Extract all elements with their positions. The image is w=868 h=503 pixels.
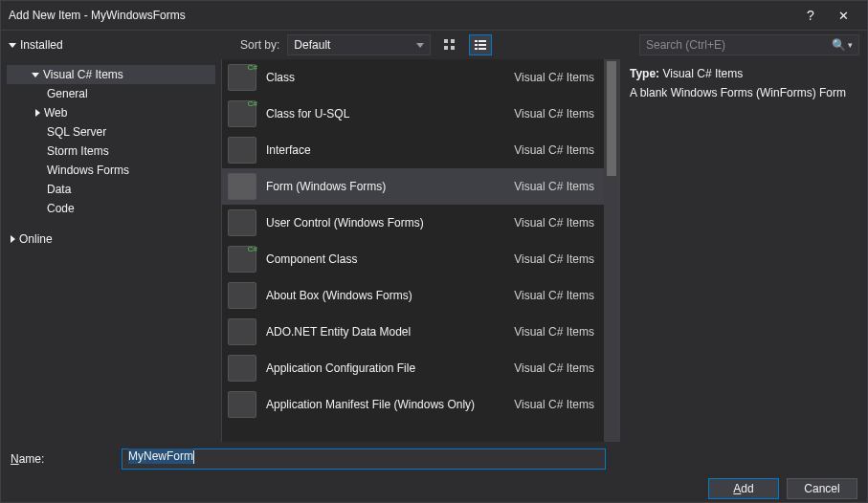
template-item-lang: Visual C# Items [514, 107, 594, 120]
name-input-value: MyNewForm [128, 448, 193, 464]
dialog-footer: Add Cancel [1, 472, 867, 503]
svg-rect-0 [444, 39, 448, 43]
window-title: Add New Item - MyWindowsForms [9, 9, 794, 22]
close-button[interactable]: ✕ [827, 9, 859, 23]
cancel-button[interactable]: Cancel [787, 478, 857, 499]
template-item-icon [228, 173, 256, 200]
main-area: Visual C# Items General Web SQL Server S… [1, 59, 867, 442]
list-icon [474, 38, 487, 52]
help-button[interactable]: ? [794, 8, 827, 23]
template-item-name: Form (Windows Forms) [266, 180, 504, 193]
tree-item-label: General [47, 87, 88, 100]
tree-item-web[interactable]: Web [7, 103, 215, 122]
type-label: Type: [630, 67, 659, 80]
svg-rect-4 [475, 40, 478, 42]
text-caret [193, 450, 194, 464]
template-item[interactable]: About Box (Windows Forms)Visual C# Items [222, 277, 604, 314]
description-text: A blank Windows Forms (WinForms) Form [630, 86, 857, 99]
template-item-name: User Control (Windows Forms) [266, 216, 504, 230]
tree-item-label: Visual C# Items [43, 68, 123, 81]
template-item-name: ADO.NET Entity Data Model [266, 325, 504, 339]
svg-rect-3 [451, 46, 455, 50]
template-item[interactable]: Application Manifest File (Windows Only)… [222, 386, 604, 423]
grid-icon [443, 38, 456, 52]
template-item[interactable]: User Control (Windows Forms)Visual C# It… [222, 205, 604, 241]
template-item-lang: Visual C# Items [514, 71, 594, 84]
scrollbar-thumb[interactable] [607, 61, 616, 176]
template-item-icon [228, 282, 256, 309]
chevron-right-icon [11, 235, 15, 243]
template-item-name: Application Configuration File [266, 361, 504, 375]
sort-by-label: Sort by: [240, 38, 279, 52]
tree-item-label: Web [44, 106, 67, 120]
chevron-down-icon [32, 73, 39, 77]
template-item[interactable]: ClassVisual C# Items [222, 59, 604, 96]
template-item-name: Component Class [266, 252, 504, 266]
template-list: ClassVisual C# ItemsClass for U-SQLVisua… [221, 59, 620, 442]
template-item-lang: Visual C# Items [514, 289, 594, 302]
chevron-down-icon: ▾ [848, 40, 853, 50]
template-item-lang: Visual C# Items [514, 216, 594, 230]
template-item-icon [228, 391, 256, 418]
svg-rect-7 [479, 44, 486, 46]
type-value: Visual C# Items [662, 67, 743, 80]
template-item-name: Class for U-SQL [266, 107, 504, 120]
template-item[interactable]: ADO.NET Entity Data ModelVisual C# Items [222, 314, 604, 350]
scrollbar[interactable] [604, 59, 619, 442]
template-item-icon [228, 246, 256, 273]
template-item[interactable]: Application Configuration FileVisual C# … [222, 350, 604, 386]
template-item-lang: Visual C# Items [514, 361, 594, 375]
tree-header[interactable]: Installed [9, 38, 229, 52]
tree-item-label: Online [19, 232, 53, 246]
search-placeholder: Search (Ctrl+E) [646, 38, 832, 52]
svg-rect-2 [444, 46, 448, 50]
sort-combo[interactable]: Default [287, 34, 431, 55]
template-item-icon [228, 100, 256, 127]
tree-item-online[interactable]: Online [7, 230, 215, 249]
template-item-icon [228, 64, 256, 91]
view-small-icons-button[interactable] [438, 34, 461, 55]
template-item-lang: Visual C# Items [514, 398, 594, 411]
tree-item-label: SQL Server [47, 125, 106, 139]
tree-item-winforms[interactable]: Windows Forms [7, 161, 215, 180]
template-item-name: About Box (Windows Forms) [266, 289, 504, 302]
search-input[interactable]: Search (Ctrl+E) 🔍 ▾ [639, 34, 859, 55]
template-item-name: Application Manifest File (Windows Only) [266, 398, 504, 411]
toolbar: Installed Sort by: Default Search (Ctrl+… [1, 31, 867, 59]
titlebar: Add New Item - MyWindowsForms ? ✕ [1, 1, 867, 30]
template-item[interactable]: Component ClassVisual C# Items [222, 241, 604, 277]
name-input[interactable]: MyNewForm [122, 448, 606, 470]
template-item-lang: Visual C# Items [514, 325, 594, 339]
details-pane: Type: Visual C# Items A blank Windows Fo… [620, 59, 867, 442]
search-icon: 🔍 [832, 38, 846, 52]
add-button[interactable]: Add [708, 478, 779, 499]
tree-item-csharp-items[interactable]: Visual C# Items [7, 65, 215, 84]
name-row: Name: MyNewForm [1, 446, 867, 472]
tree-item-code[interactable]: Code [7, 199, 215, 218]
template-item-icon [228, 137, 256, 164]
template-item-lang: Visual C# Items [514, 143, 594, 157]
svg-rect-1 [451, 39, 455, 43]
tree-item-data[interactable]: Data [7, 180, 215, 199]
template-item-icon [228, 355, 256, 382]
name-label: Name: [11, 452, 116, 466]
template-item[interactable]: Class for U-SQLVisual C# Items [222, 96, 604, 132]
template-item-lang: Visual C# Items [514, 180, 594, 193]
view-list-button[interactable] [469, 34, 492, 55]
svg-rect-8 [475, 48, 478, 50]
template-item-icon [228, 318, 256, 345]
tree-item-label: Code [47, 202, 75, 215]
svg-rect-9 [479, 48, 486, 50]
template-item[interactable]: Form (Windows Forms)Visual C# Items [222, 168, 604, 205]
chevron-down-icon [9, 43, 16, 48]
template-item[interactable]: InterfaceVisual C# Items [222, 132, 604, 168]
tree-item-general[interactable]: General [7, 84, 215, 103]
tree-item-storm[interactable]: Storm Items [7, 142, 215, 161]
template-item-icon [228, 209, 256, 236]
svg-rect-6 [475, 44, 478, 46]
tree-item-label: Windows Forms [47, 164, 129, 177]
chevron-down-icon [416, 43, 424, 48]
tree-item-sqlserver[interactable]: SQL Server [7, 122, 215, 142]
installed-label: Installed [20, 38, 63, 52]
category-tree: Visual C# Items General Web SQL Server S… [1, 59, 221, 442]
